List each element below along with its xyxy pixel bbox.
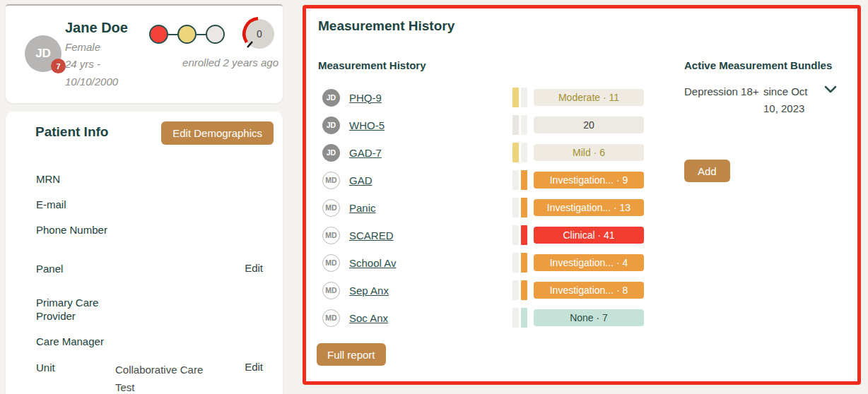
measure-link-gad[interactable]: GAD: [349, 174, 373, 186]
rater-avatar: MD: [322, 309, 340, 327]
patient-info-title: Patient Info: [35, 124, 108, 140]
full-report-button[interactable]: Full report: [317, 343, 386, 366]
dot-connector: [197, 34, 206, 35]
add-bundle-button[interactable]: Add: [684, 160, 730, 182]
measure-link-panic[interactable]: Panic: [349, 202, 376, 214]
score-bar-segment: [512, 225, 519, 245]
score-history-strip: [512, 170, 527, 190]
rater-avatar: JD: [322, 117, 340, 134]
score-history-strip: [512, 253, 527, 273]
bundle-row: Depression 18+ since Oct 10, 2023: [684, 83, 837, 117]
measure-link-scared[interactable]: SCARED: [349, 229, 394, 241]
measurement-row-panic: MD Panic Investigation... · 13: [322, 198, 847, 217]
severity-badge: None · 7: [534, 309, 644, 326]
measurement-row-sep-anx: MD Sep Anx Investigation... · 8: [322, 280, 847, 300]
score-bar-segment: [512, 88, 519, 107]
panel-title: Measurement History: [318, 18, 454, 34]
since-label: since: [763, 85, 788, 97]
score-bar-segment: [521, 198, 527, 217]
severity-badge: Moderate · 11: [534, 89, 644, 106]
enrolled-text: enrolled 2 years ago: [182, 56, 278, 68]
score-bar-segment: [512, 280, 519, 300]
measure-link-gad7[interactable]: GAD-7: [349, 147, 382, 159]
patient-age: 24 yrs -: [65, 58, 100, 70]
field-label: Unit: [36, 361, 115, 374]
score-history-strip: [512, 143, 527, 162]
measurement-row-gad: MD GAD Investigation... · 9: [322, 170, 847, 190]
status-dot-red: [149, 25, 168, 44]
score-bar-segment: [512, 170, 519, 190]
score-bar-segment: [521, 253, 527, 273]
field-label: Primary Care Provider: [36, 296, 115, 323]
measure-link-sep-anx[interactable]: Sep Anx: [349, 285, 389, 297]
severity-badge: Investigation... · 8: [534, 282, 644, 299]
field-value: Collaborative Care Test: [115, 361, 214, 394]
field-row-email: E-mail: [36, 198, 269, 211]
edit-panel-link[interactable]: Edit: [245, 262, 263, 274]
rater-avatar: JD: [322, 89, 340, 107]
field-label: Care Manager: [36, 335, 115, 348]
avatar-initials: JD: [35, 47, 51, 61]
patient-name: Jane Doe: [65, 20, 128, 36]
measure-link-who5[interactable]: WHO-5: [349, 119, 385, 131]
field-row-pcp: Primary Care Provider: [36, 296, 269, 323]
patient-summary-card: JD 7 Jane Doe Female 24 yrs - 10/10/2000…: [6, 4, 283, 103]
score-gauge: 0: [237, 16, 276, 52]
field-label: Panel: [36, 262, 115, 275]
chevron-down-icon[interactable]: [824, 85, 837, 94]
rater-avatar: MD: [322, 172, 340, 189]
bundle-name: Depression 18+: [684, 83, 763, 117]
measure-link-school-av[interactable]: School Av: [349, 257, 396, 269]
score-history-strip: [512, 280, 527, 300]
score-bar-segment: [521, 143, 527, 162]
field-row-phone: Phone Number: [36, 223, 269, 237]
patient-sex: Female: [65, 41, 100, 53]
measure-link-soc-anx[interactable]: Soc Anx: [349, 312, 388, 324]
field-label: E-mail: [36, 198, 115, 211]
score-bar-segment: [512, 115, 519, 135]
rater-avatar: MD: [322, 282, 340, 299]
status-dot-yellow: [177, 25, 197, 44]
field-label: Phone Number: [36, 223, 115, 237]
score-history-strip: [512, 198, 527, 217]
patient-avatar: JD 7: [25, 35, 61, 72]
dot-connector: [168, 34, 177, 35]
gauge-value: 0: [257, 28, 262, 40]
severity-badge: Investigation... · 4: [534, 254, 644, 271]
edit-demographics-button[interactable]: Edit Demographics: [161, 121, 274, 145]
field-row-care-manager: Care Manager: [36, 335, 269, 348]
score-bar-segment: [521, 308, 527, 328]
score-bar-segment: [521, 170, 527, 190]
score-bar-segment: [512, 253, 519, 273]
score-bar-segment: [512, 198, 519, 217]
measure-link-phq9[interactable]: PHQ-9: [349, 92, 382, 104]
score-bar-segment: [521, 88, 527, 107]
notification-count-badge: 7: [51, 59, 66, 73]
patient-dob: 10/10/2000: [65, 76, 118, 88]
edit-unit-link[interactable]: Edit: [245, 361, 263, 373]
field-row-mrn: MRN: [36, 172, 269, 186]
score-history-strip: [512, 115, 527, 135]
status-dot-empty: [206, 25, 225, 44]
severity-badge: 20: [534, 117, 644, 133]
severity-badge: Clinical · 41: [534, 227, 644, 244]
severity-badge: Mild · 6: [534, 144, 644, 161]
severity-badge: Investigation... · 9: [534, 172, 644, 189]
field-row-unit: Unit Collaborative Care Test Edit: [36, 361, 269, 394]
patient-info-card: Patient Info Edit Demographics MRN E-mai…: [6, 112, 283, 394]
rater-avatar: MD: [322, 227, 340, 244]
measurement-row-gad7: JD GAD-7 Mild · 6: [322, 143, 847, 162]
bundle-since: since Oct 10, 2023: [763, 83, 814, 117]
score-bar-segment: [512, 308, 519, 328]
field-label: MRN: [36, 172, 115, 186]
severity-badge: Investigation... · 13: [534, 199, 644, 216]
measurement-history-panel: Measurement History Measurement History …: [303, 5, 861, 385]
score-history-strip: [512, 88, 527, 107]
status-dots: [149, 25, 225, 44]
score-bar-segment: [512, 143, 519, 162]
rater-avatar: MD: [322, 254, 340, 272]
score-history-strip: [512, 225, 527, 245]
measurement-list-title: Measurement History: [318, 59, 426, 71]
score-bar-segment: [521, 280, 527, 300]
measurement-row-soc-anx: MD Soc Anx None · 7: [322, 308, 847, 328]
